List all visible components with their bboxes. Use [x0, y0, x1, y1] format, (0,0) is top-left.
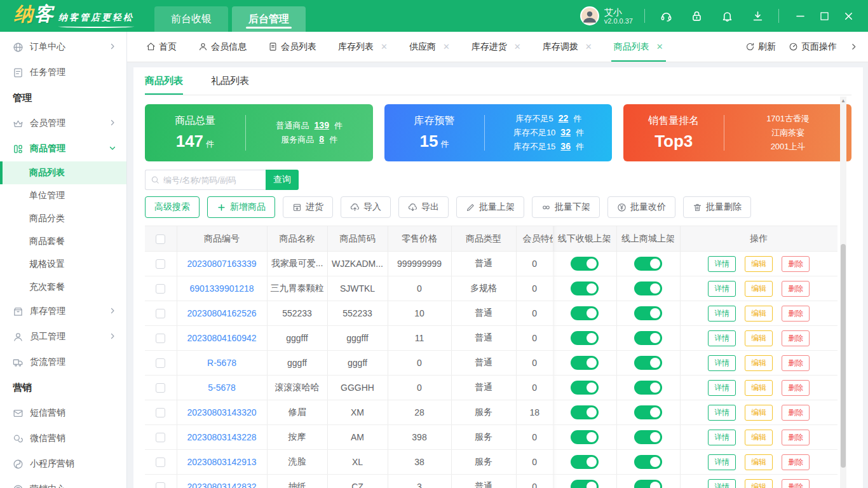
delete-button[interactable]: 删除	[782, 430, 810, 445]
product-code-link[interactable]: 20230803142832	[187, 482, 256, 488]
sidebar-item-logistics[interactable]: 货流管理	[0, 349, 126, 375]
advanced-search-button[interactable]: 高级搜索	[145, 196, 200, 218]
edit-button[interactable]: 编辑	[745, 479, 773, 488]
detail-button[interactable]: 详情	[708, 454, 736, 470]
sidebar-item-staff[interactable]: 员工管理	[0, 324, 126, 349]
user-chip[interactable]: 艾小 v2.0.0.37	[580, 6, 633, 25]
product-code-link[interactable]: R-5678	[207, 358, 236, 368]
product-code-link[interactable]: 20230807163339	[187, 259, 256, 269]
tab-member-info[interactable]: 会员信息	[198, 32, 247, 62]
online-shelf-toggle[interactable]	[634, 281, 662, 295]
online-shelf-toggle[interactable]	[634, 480, 662, 488]
online-shelf-toggle[interactable]	[634, 405, 662, 419]
window-minimize-button[interactable]	[790, 6, 810, 25]
sidebar-sub-unit[interactable]: 单位管理	[0, 184, 126, 207]
offline-shelf-toggle[interactable]	[571, 306, 599, 320]
batch-reprice-button[interactable]: 批量改价	[607, 196, 675, 218]
window-maximize-button[interactable]	[815, 6, 834, 25]
delete-button[interactable]: 删除	[782, 405, 810, 421]
row-checkbox[interactable]	[156, 334, 165, 343]
delete-button[interactable]: 删除	[782, 355, 810, 371]
sidebar-item-stock[interactable]: 库存管理	[0, 299, 126, 324]
close-icon[interactable]: ✕	[381, 42, 388, 51]
detail-button[interactable]: 详情	[708, 479, 736, 488]
online-shelf-toggle[interactable]	[634, 356, 662, 370]
delete-button[interactable]: 删除	[782, 454, 810, 470]
online-shelf-toggle[interactable]	[634, 306, 662, 320]
edit-button[interactable]: 编辑	[745, 405, 773, 421]
offline-shelf-toggle[interactable]	[571, 281, 599, 295]
low10-count[interactable]: 32	[560, 127, 571, 137]
vertical-scrollbar[interactable]: ▲	[840, 97, 846, 488]
delete-button[interactable]: 删除	[782, 256, 810, 272]
sidebar-item-product[interactable]: 商品管理	[0, 136, 126, 161]
batch-delete-button[interactable]: 批量删除	[683, 196, 751, 218]
tab-home[interactable]: 首页	[146, 32, 177, 62]
sidebar-item-member[interactable]: 会员管理	[0, 111, 126, 136]
sidebar-sub-combo[interactable]: 商品套餐	[0, 230, 126, 253]
sidebar-item-sms[interactable]: 短信营销	[0, 400, 126, 426]
sidebar-item-wechat[interactable]: 微信营销	[0, 426, 126, 451]
online-shelf-toggle[interactable]	[634, 331, 662, 345]
product-code-link[interactable]: 20230803143320	[187, 407, 256, 417]
tab-gifts[interactable]: 礼品列表	[211, 67, 249, 95]
delete-button[interactable]: 删除	[782, 281, 810, 297]
offline-shelf-toggle[interactable]	[571, 480, 599, 488]
row-checkbox[interactable]	[156, 433, 165, 442]
refresh-button[interactable]: 刷新	[745, 41, 776, 53]
edit-button[interactable]: 编辑	[745, 355, 773, 371]
sidebar-sub-recharge[interactable]: 充次套餐	[0, 276, 126, 299]
service-count[interactable]: 8	[319, 134, 324, 144]
tab-stock-in[interactable]: 库存进货 ✕	[471, 32, 521, 62]
online-shelf-toggle[interactable]	[634, 455, 662, 469]
edit-button[interactable]: 编辑	[745, 380, 773, 396]
offline-shelf-toggle[interactable]	[571, 356, 599, 370]
row-checkbox[interactable]	[156, 309, 165, 318]
delete-button[interactable]: 删除	[782, 330, 810, 346]
row-checkbox[interactable]	[156, 383, 165, 393]
import-button[interactable]: 导入	[341, 196, 391, 218]
sidebar-item-marketing-center[interactable]: 营销中心	[0, 477, 126, 488]
search-input[interactable]	[163, 175, 261, 185]
download-icon[interactable]	[748, 6, 767, 25]
tab-products[interactable]: 商品列表	[145, 67, 183, 95]
select-all-checkbox[interactable]	[156, 234, 165, 244]
delete-button[interactable]: 删除	[782, 380, 810, 396]
row-checkbox[interactable]	[156, 458, 165, 467]
batch-off-shelf-button[interactable]: 批量下架	[532, 196, 600, 218]
sidebar-item-task[interactable]: 任务管理	[0, 60, 126, 85]
edit-button[interactable]: 编辑	[745, 454, 773, 470]
customer-service-icon[interactable]	[656, 6, 675, 25]
detail-button[interactable]: 详情	[708, 405, 736, 421]
product-code-link[interactable]: 20230803142913	[187, 457, 256, 467]
page-action-button[interactable]: 页面操作	[789, 41, 837, 53]
more-chevron-icon[interactable]	[850, 43, 858, 51]
batch-on-shelf-button[interactable]: 批量上架	[456, 196, 524, 218]
online-shelf-toggle[interactable]	[634, 381, 662, 395]
offline-shelf-toggle[interactable]	[571, 430, 599, 444]
delete-button[interactable]: 删除	[782, 306, 810, 322]
bell-icon[interactable]	[717, 6, 736, 25]
tab-stock-list[interactable]: 库存列表 ✕	[338, 32, 388, 62]
product-code-link[interactable]: 20230804162526	[187, 308, 256, 318]
product-code-link[interactable]: 20230803143228	[187, 432, 256, 442]
tab-member-list[interactable]: 会员列表	[268, 32, 316, 62]
edit-button[interactable]: 编辑	[745, 306, 773, 322]
tab-supplier[interactable]: 供应商 ✕	[409, 32, 450, 62]
close-icon[interactable]: ✕	[656, 42, 663, 51]
close-icon[interactable]: ✕	[585, 42, 592, 51]
product-code-link[interactable]: 20230804160942	[187, 333, 256, 343]
lock-icon[interactable]	[687, 6, 706, 25]
sidebar-sub-spec[interactable]: 规格设置	[0, 253, 126, 276]
edit-button[interactable]: 编辑	[745, 256, 773, 272]
normal-count[interactable]: 139	[315, 120, 329, 130]
tab-stock-transfer[interactable]: 库存调拨 ✕	[543, 32, 592, 62]
export-button[interactable]: 导出	[398, 196, 449, 218]
offline-shelf-toggle[interactable]	[571, 455, 599, 469]
edit-button[interactable]: 编辑	[745, 281, 773, 297]
detail-button[interactable]: 详情	[708, 306, 736, 322]
online-shelf-toggle[interactable]	[634, 430, 662, 444]
detail-button[interactable]: 详情	[708, 355, 736, 371]
backend-manage-tab[interactable]: 后台管理	[232, 6, 306, 32]
detail-button[interactable]: 详情	[708, 256, 736, 272]
